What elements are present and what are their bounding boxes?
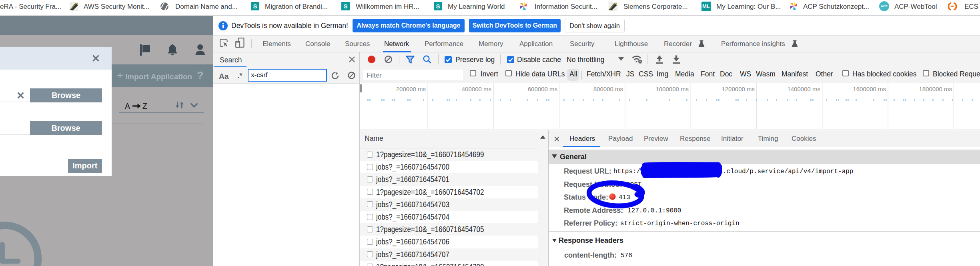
svg-text:1000000 ms: 1000000 ms	[655, 86, 689, 92]
svg-text:600000 ms: 600000 ms	[528, 86, 557, 92]
svg-text:200000 ms: 200000 ms	[396, 86, 426, 92]
svg-text:1400000 ms: 1400000 ms	[787, 86, 820, 92]
svg-text:1200000 ms: 1200000 ms	[721, 86, 755, 92]
svg-text:1800000 ms: 1800000 ms	[919, 86, 952, 92]
svg-text:400000 ms: 400000 ms	[462, 86, 491, 92]
svg-text:800000 ms: 800000 ms	[593, 86, 623, 92]
svg-text:1600000 ms: 1600000 ms	[853, 86, 886, 92]
